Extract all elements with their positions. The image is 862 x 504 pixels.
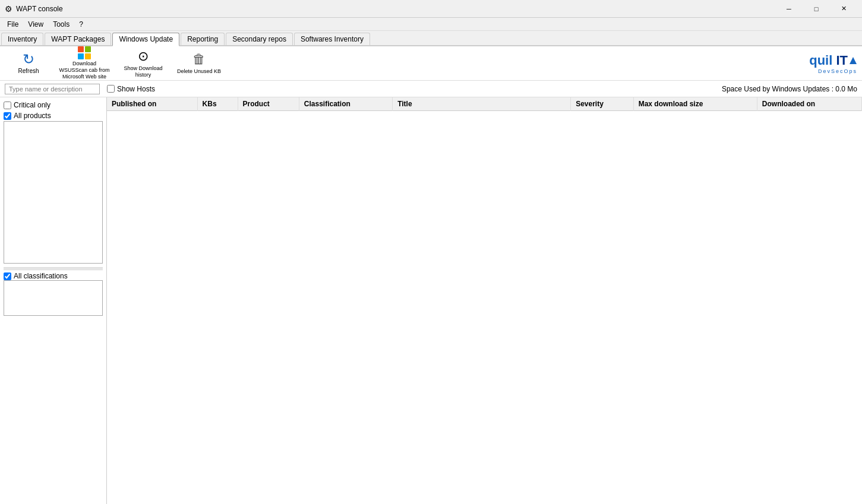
refresh-label: Refresh <box>18 68 39 74</box>
delete-unused-kb-button[interactable]: 🗑 Delete Unused KB <box>172 49 226 78</box>
main-area: Critical only All products All classific… <box>0 97 862 504</box>
close-button[interactable]: ✕ <box>830 0 857 18</box>
app-icon: ⚙ <box>5 4 12 14</box>
logo-triangle-icon <box>849 56 857 65</box>
col-downloaded-on[interactable]: Downloaded on <box>757 97 861 111</box>
col-product[interactable]: Product <box>238 97 299 111</box>
col-published-on[interactable]: Published on <box>107 97 197 111</box>
logo-subtitle: DevSecOps <box>818 68 857 74</box>
space-info: Space Used by Windows Updates : 0.0 Mo <box>722 85 857 93</box>
sidebar: Critical only All products All classific… <box>0 97 107 504</box>
logo-text: quil IT <box>809 53 848 68</box>
tab-softwares-inventory[interactable]: Softwares Inventory <box>294 33 370 45</box>
company-logo: quil IT DevSecOps <box>809 53 857 74</box>
tabbar: Inventory WAPT Packages Windows Update R… <box>0 31 862 46</box>
window-controls: ─ □ ✕ <box>775 0 857 18</box>
col-max-download-size[interactable]: Max download size <box>633 97 757 111</box>
menu-help[interactable]: ? <box>74 19 88 30</box>
delete-unused-label: Delete Unused KB <box>177 68 221 75</box>
table-area: Published on KBs Product Classification … <box>107 97 862 504</box>
show-download-history-button[interactable]: ⊙ Show Download history <box>116 49 170 78</box>
menubar: File View Tools ? <box>0 18 862 31</box>
all-classifications-section: All classifications <box>4 272 103 316</box>
all-products-checkbox[interactable] <box>4 112 11 120</box>
refresh-icon: ↻ <box>23 52 34 66</box>
filterbar: Show Hosts Space Used by Windows Updates… <box>0 81 862 97</box>
classifications-list[interactable] <box>4 280 103 316</box>
all-products-section: All products <box>4 112 103 264</box>
menu-view[interactable]: View <box>23 19 48 30</box>
tab-windows-update[interactable]: Windows Update <box>112 33 179 46</box>
refresh-button[interactable]: ↻ Refresh <box>5 49 52 78</box>
menu-file[interactable]: File <box>2 19 23 30</box>
col-title[interactable]: Title <box>393 97 571 111</box>
show-hosts-checkbox[interactable] <box>107 85 115 93</box>
maximize-button[interactable]: □ <box>803 0 830 18</box>
show-hosts-label[interactable]: Show Hosts <box>107 85 155 93</box>
toolbar: ↻ Refresh Download WSUSScan cab from Mic… <box>0 46 862 81</box>
search-input[interactable] <box>5 84 100 94</box>
svg-marker-0 <box>850 57 857 64</box>
sidebar-resize-handle[interactable] <box>4 267 103 271</box>
critical-only-checkbox[interactable] <box>4 102 11 109</box>
tab-secondary-repos[interactable]: Secondary repos <box>226 33 293 45</box>
col-severity[interactable]: Severity <box>571 97 634 111</box>
history-icon: ⊙ <box>138 49 149 64</box>
download-wsusscan-button[interactable]: Download WSUSScan cab from Microsoft Web… <box>55 49 114 78</box>
updates-table: Published on KBs Product Classification … <box>107 97 862 111</box>
app-title: WAPT console <box>16 5 63 13</box>
col-kbs[interactable]: KBs <box>197 97 238 111</box>
all-products-label[interactable]: All products <box>4 112 103 120</box>
show-history-label: Show Download history <box>119 65 167 78</box>
titlebar: ⚙ WAPT console ─ □ ✕ <box>0 0 862 18</box>
windows-logo-icon <box>78 46 91 59</box>
table-header-row: Published on KBs Product Classification … <box>107 97 862 111</box>
trash-icon: 🗑 <box>192 52 206 67</box>
col-classification[interactable]: Classification <box>299 97 392 111</box>
menu-tools[interactable]: Tools <box>48 19 74 30</box>
products-list[interactable] <box>4 121 103 264</box>
all-classifications-checkbox[interactable] <box>4 272 11 280</box>
critical-only-section: Critical only <box>4 101 103 109</box>
all-classifications-label[interactable]: All classifications <box>4 272 103 280</box>
tab-wapt-packages[interactable]: WAPT Packages <box>45 33 111 45</box>
critical-only-label[interactable]: Critical only <box>4 101 103 109</box>
download-wsusscan-label: Download WSUSScan cab from Microsoft Web… <box>58 61 111 80</box>
minimize-button[interactable]: ─ <box>775 0 803 18</box>
tab-reporting[interactable]: Reporting <box>181 33 225 45</box>
tab-inventory[interactable]: Inventory <box>1 33 43 45</box>
